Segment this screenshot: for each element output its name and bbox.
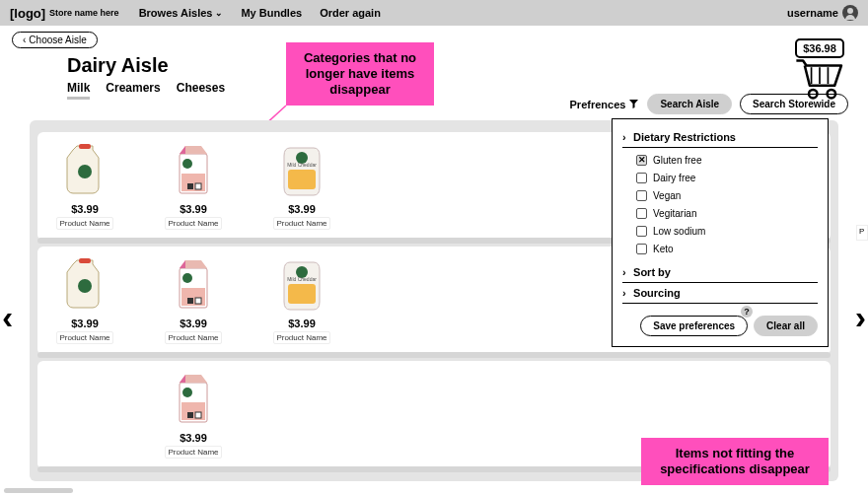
nav-my-bundles[interactable]: My Bundles — [241, 7, 302, 19]
product-card[interactable]: $3.99Product Name — [262, 254, 341, 353]
product-card[interactable]: $3.99Product Name — [45, 254, 124, 353]
product-price: $3.99 — [154, 432, 233, 444]
pref-option-label: Dairy free — [653, 173, 695, 183]
product-name: Product Name — [165, 331, 221, 344]
pref-option[interactable]: Keto — [636, 244, 818, 254]
search-aisle-button[interactable]: Search Aisle — [647, 94, 732, 114]
category-tab-cheeses[interactable]: Cheeses — [177, 81, 225, 100]
product-image — [55, 140, 114, 199]
clear-all-button[interactable]: Clear all — [754, 316, 818, 336]
preferences-panel: › Dietary Restrictions Gluten freeDairy … — [612, 118, 829, 347]
pref-option[interactable]: Gluten free — [636, 155, 818, 166]
product-price: $3.99 — [154, 203, 233, 215]
help-icon[interactable]: ? — [741, 306, 753, 318]
product-price: $3.99 — [45, 318, 124, 329]
product-card[interactable]: $3.99Product Name — [154, 254, 233, 353]
preferences-label: Prefrences — [570, 99, 626, 110]
pref-option[interactable]: Dairy free — [636, 173, 818, 183]
product-image — [272, 140, 331, 199]
product-price: $3.99 — [262, 318, 341, 329]
product-card[interactable]: $3.99Product Name — [45, 140, 124, 239]
aisle-header: Dairy Aisle MilkCreamersCheeses Categori… — [0, 54, 868, 114]
product-image — [55, 254, 114, 314]
pref-option[interactable]: Low sodium — [636, 226, 818, 237]
checkbox-icon — [636, 226, 647, 237]
scroll-right-button[interactable]: › — [855, 298, 866, 336]
store-name: Store name here — [49, 9, 119, 18]
product-image — [164, 140, 223, 199]
chevron-right-icon: › — [622, 287, 630, 299]
pref-option[interactable]: Vegitarian — [636, 208, 818, 219]
pref-section-dietary[interactable]: › Dietary Restrictions — [622, 127, 818, 148]
pref-option[interactable]: Vegan — [636, 190, 818, 201]
category-tab-creamers[interactable]: Creamers — [106, 81, 160, 100]
nav-order-again[interactable]: Order again — [320, 7, 381, 19]
product-price: $3.99 — [262, 203, 341, 215]
category-tabs: MilkCreamersCheeses — [67, 81, 225, 100]
product-card[interactable]: $3.99Product Name — [262, 140, 341, 239]
pref-section-sourcing[interactable]: › Sourcing — [622, 283, 818, 304]
preferences-toggle[interactable]: Prefrences — [570, 99, 640, 110]
pref-section-sortby[interactable]: › Sort by — [622, 262, 818, 283]
cart[interactable]: $36.98 — [793, 38, 846, 106]
product-card[interactable]: $3.99Product Name — [154, 369, 233, 467]
chevron-left-icon: ‹ — [23, 35, 26, 45]
category-tab-milk[interactable]: Milk — [67, 81, 90, 100]
product-name: Product Name — [56, 331, 112, 344]
cart-icon — [793, 55, 846, 106]
pref-option-label: Keto — [653, 244, 674, 254]
product-name: Product Name — [56, 217, 112, 230]
user-menu[interactable]: username — [787, 5, 858, 21]
logo: [logo] — [10, 6, 45, 21]
checkbox-icon — [636, 190, 647, 201]
chevron-down-icon: ⌄ — [215, 8, 223, 18]
filter-icon — [628, 99, 639, 109]
chevron-right-icon: › — [622, 266, 630, 278]
save-preferences-button[interactable]: Save preferences — [640, 316, 748, 336]
product-image — [164, 254, 223, 314]
pref-option-label: Vegan — [653, 190, 681, 201]
pref-option-label: Gluten free — [653, 155, 701, 166]
product-peek: P — [856, 225, 868, 241]
avatar-icon — [842, 5, 858, 21]
product-price: $3.99 — [154, 318, 233, 329]
product-name: Product Name — [165, 217, 221, 230]
pref-sortby-title: Sort by — [633, 266, 671, 278]
checkbox-icon — [636, 208, 647, 219]
svg-point-4 — [809, 90, 817, 98]
scroll-left-button[interactable]: ‹ — [2, 298, 13, 336]
product-name: Product Name — [273, 217, 329, 230]
product-card[interactable]: $3.99Product Name — [154, 140, 233, 239]
checkbox-icon — [636, 173, 647, 183]
product-image — [164, 369, 223, 428]
product-name: Product Name — [273, 331, 329, 344]
pref-sourcing-title: Sourcing — [633, 287, 681, 299]
checkbox-icon — [636, 244, 647, 254]
horizontal-scrollbar[interactable] — [4, 488, 73, 491]
svg-point-5 — [828, 90, 835, 98]
pref-option-label: Low sodium — [653, 226, 705, 237]
product-name: Product Name — [165, 446, 221, 459]
annotation-items: Items not fitting the specifications dis… — [641, 438, 829, 485]
chevron-right-icon: › — [622, 131, 630, 143]
nav-browse-aisles[interactable]: Browes Aisles ⌄ — [139, 7, 224, 19]
pref-dietary-title: Dietary Restrictions — [633, 131, 736, 143]
choose-aisle-button[interactable]: ‹ Choose Aisle — [12, 32, 98, 48]
checkbox-icon — [636, 155, 647, 166]
nav-browse-label: Browes Aisles — [139, 7, 213, 19]
product-price: $3.99 — [45, 203, 124, 215]
choose-aisle-label: Choose Aisle — [29, 35, 86, 45]
pref-option-label: Vegitarian — [653, 208, 696, 219]
aisle-title: Dairy Aisle — [67, 54, 225, 77]
aisle-content: ‹ › $3.99Product Name$3.99Product Name$3… — [0, 120, 868, 491]
product-image — [272, 254, 331, 314]
top-nav: [logo] Store name here Browes Aisles ⌄ M… — [0, 0, 868, 26]
annotation-categories: Categories that no longer have items dis… — [286, 42, 434, 106]
cart-total: $36.98 — [795, 38, 844, 58]
username-label: username — [787, 7, 838, 19]
